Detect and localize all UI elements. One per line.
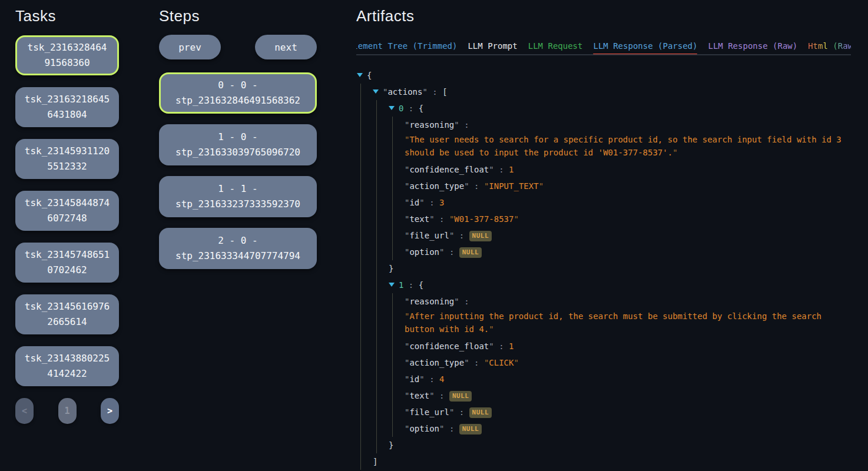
json-token: { — [419, 280, 423, 290]
json-children: "reasoning" : "The user needs to search … — [392, 117, 844, 260]
json-token: " — [454, 297, 459, 306]
json-key: id — [409, 198, 419, 207]
json-token: : — [428, 87, 442, 97]
json-line: "text" : "W01-377-8537" — [405, 211, 844, 227]
json-token: : — [494, 165, 509, 174]
json-line: 1 : { — [389, 277, 844, 293]
steps-panel: Steps prev next 0 - 0 - stp_231632846491… — [159, 7, 317, 280]
json-token: : — [454, 231, 469, 240]
tab-llm-response-parsed[interactable]: LLM Response (Parsed) — [593, 39, 697, 54]
json-key: id — [409, 374, 419, 384]
json-token: " — [405, 135, 409, 144]
json-key: reasoning — [409, 297, 454, 306]
collapse-toggle-icon[interactable] — [389, 283, 395, 287]
json-token: " — [454, 120, 459, 130]
prev-page-button[interactable]: < — [15, 398, 34, 424]
json-line: "id" : 3 — [405, 194, 844, 211]
step-button[interactable]: 1 - 0 - stp_231633039765096720 — [159, 124, 317, 165]
tab-llm-request[interactable]: LLM Request — [528, 39, 583, 54]
null-badge: NULL — [469, 231, 492, 241]
json-line: { — [357, 67, 844, 84]
json-line: "reasoning" : — [405, 293, 844, 310]
json-line: "action_type" : "INPUT_TEXT" — [405, 178, 844, 194]
json-token: : — [435, 391, 449, 400]
task-button[interactable]: tsk_231458448746072748 — [15, 191, 119, 231]
json-children: "reasoning" : "After inputting the produ… — [392, 293, 844, 437]
json-token: { — [367, 71, 372, 80]
task-button[interactable]: tsk_231459311205512332 — [15, 139, 119, 179]
page-number-button[interactable]: 1 — [58, 398, 77, 424]
tab-element-tree-trimmed[interactable]: Element Tree (Trimmed) — [356, 39, 457, 54]
json-line: } — [389, 260, 844, 277]
json-key: confidence_float — [409, 165, 489, 174]
json-line: "reasoning" : — [405, 117, 844, 133]
json-value: W01-377-8537 — [454, 214, 513, 224]
collapse-toggle-icon[interactable] — [357, 73, 363, 77]
step-list: 0 - 0 - stp_2316328464915683621 - 0 - st… — [159, 72, 317, 269]
json-line: "text" : NULL — [405, 387, 844, 404]
task-button[interactable]: tsk_231456169762665614 — [15, 294, 119, 334]
task-button[interactable]: tsk_231457486510702462 — [15, 243, 119, 283]
null-badge: NULL — [459, 424, 482, 434]
json-children: "actions" : [0 : {"reasoning" : "The use… — [360, 84, 844, 470]
tab-html-raw[interactable]: Html (Raw) — [808, 39, 851, 54]
json-token: " — [422, 87, 427, 97]
collapse-toggle-icon[interactable] — [389, 106, 395, 110]
json-token: : — [459, 297, 474, 306]
json-value: CLICK — [489, 358, 513, 367]
json-key: file_url — [409, 231, 449, 240]
task-button[interactable]: tsk_231632846491568360 — [15, 35, 119, 75]
json-token: " — [419, 374, 424, 384]
json-value: INPUT_TEXT — [489, 181, 538, 191]
json-token: } — [389, 264, 393, 273]
json-line: "confidence_float" : 1 — [405, 161, 844, 178]
json-viewer: {"actions" : [0 : {"reasoning" : "The us… — [356, 67, 851, 471]
json-token: : — [425, 198, 439, 207]
json-key: text — [409, 391, 429, 400]
json-token: " — [419, 198, 424, 207]
json-key: actions — [387, 87, 422, 97]
step-button[interactable]: 1 - 1 - stp_231633237333592370 — [159, 176, 317, 217]
json-token: " — [464, 181, 469, 191]
tab-llm-response-raw[interactable]: LLM Response (Raw) — [708, 39, 797, 54]
next-page-button[interactable]: > — [101, 398, 119, 424]
task-list: tsk_231632846491568360tsk_23163218645643… — [15, 35, 119, 386]
json-token: : — [435, 214, 449, 224]
json-token: } — [389, 440, 393, 450]
json-token: " — [464, 358, 469, 367]
json-key: text — [409, 214, 429, 224]
json-key: confidence_float — [409, 341, 489, 351]
tab-llm-prompt[interactable]: LLM Prompt — [468, 39, 517, 54]
json-line: "option" : NULL — [405, 244, 844, 260]
step-button[interactable]: 2 - 0 - stp_231633344707774794 — [159, 228, 317, 269]
artifacts-tabbar: Element Tree (Trimmed)LLM PromptLLM Requ… — [356, 39, 851, 55]
tasks-title: Tasks — [15, 7, 119, 25]
json-token: : — [469, 358, 484, 367]
json-token: " — [513, 358, 518, 367]
next-step-button[interactable]: next — [255, 35, 317, 59]
json-value: 3 — [439, 198, 444, 207]
json-token: : — [444, 424, 459, 433]
task-button[interactable]: tsk_231632186456431804 — [15, 87, 119, 127]
json-token: { — [419, 104, 423, 113]
json-value: 1 — [509, 165, 513, 174]
json-token: " — [513, 214, 518, 224]
json-token: : — [494, 341, 509, 351]
json-key: file_url — [409, 407, 449, 417]
json-token: " — [539, 181, 544, 191]
json-token: " — [429, 214, 434, 224]
collapse-toggle-icon[interactable] — [373, 89, 379, 94]
json-value: 4 — [439, 374, 444, 384]
null-badge: NULL — [449, 391, 472, 402]
prev-step-button[interactable]: prev — [159, 35, 221, 59]
step-button[interactable]: 0 - 0 - stp_231632846491568362 — [159, 72, 317, 114]
json-line: "confidence_float" : 1 — [405, 338, 844, 354]
artifacts-panel: Artifacts Element Tree (Trimmed)LLM Prom… — [356, 7, 851, 471]
json-token: " — [489, 324, 493, 334]
json-token: : — [454, 407, 469, 417]
tasks-panel: Tasks tsk_231632846491568360tsk_23163218… — [15, 7, 119, 424]
json-token: : — [425, 374, 439, 384]
json-line: "option" : NULL — [405, 420, 844, 437]
task-button[interactable]: tsk_231438802254142422 — [15, 346, 119, 386]
json-line: "file_url" : NULL — [405, 404, 844, 420]
